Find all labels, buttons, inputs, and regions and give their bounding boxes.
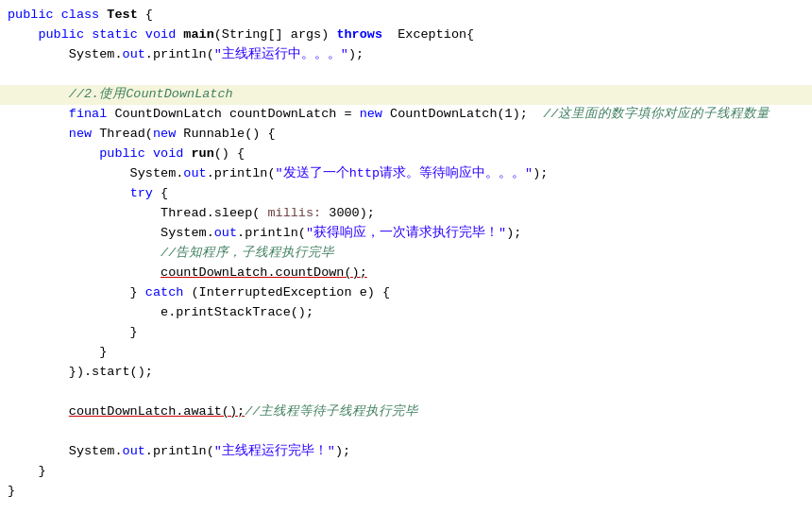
code-line-23: System.out.println("主线程运行完毕！");	[0, 442, 812, 462]
code-line-10: try {	[0, 184, 812, 204]
code-line-18: }	[0, 343, 812, 363]
code-line-21: countDownLatch.await();//主线程等待子线程执行完毕	[0, 402, 812, 422]
code-line-22	[0, 422, 812, 442]
code-line-9: System.out.println("发送了一个http请求。等待响应中。。。…	[0, 164, 812, 184]
code-line-16: e.printStackTrace();	[0, 303, 812, 323]
code-line-19: }).start();	[0, 363, 812, 383]
code-line-20	[0, 383, 812, 402]
code-line-25: }	[0, 482, 812, 502]
code-line-24: }	[0, 462, 812, 482]
code-line-4	[0, 65, 812, 85]
code-editor: public class Test { public static void m…	[0, 0, 812, 507]
code-line-6: final CountDownLatch countDownLatch = ne…	[0, 105, 812, 125]
code-line-3: System.out.println("主线程运行中。。。");	[0, 45, 812, 65]
code-line-12: System.out.println("获得响应，一次请求执行完毕！");	[0, 224, 812, 244]
code-line-2: public static void main(String[] args) t…	[0, 26, 812, 45]
code-line-1: public class Test {	[0, 6, 812, 26]
code-line-14: countDownLatch.countDown();	[0, 264, 812, 283]
code-line-13: //告知程序，子线程执行完毕	[0, 244, 812, 264]
code-line-15: } catch (InterruptedException e) {	[0, 283, 812, 303]
code-line-11: Thread.sleep( millis: 3000);	[0, 204, 812, 224]
code-line-7: new Thread(new Runnable() {	[0, 125, 812, 145]
code-line-8: public void run() {	[0, 145, 812, 164]
code-line-5: //2.使用CountDownLatch	[0, 85, 812, 105]
code-line-17: }	[0, 323, 812, 343]
